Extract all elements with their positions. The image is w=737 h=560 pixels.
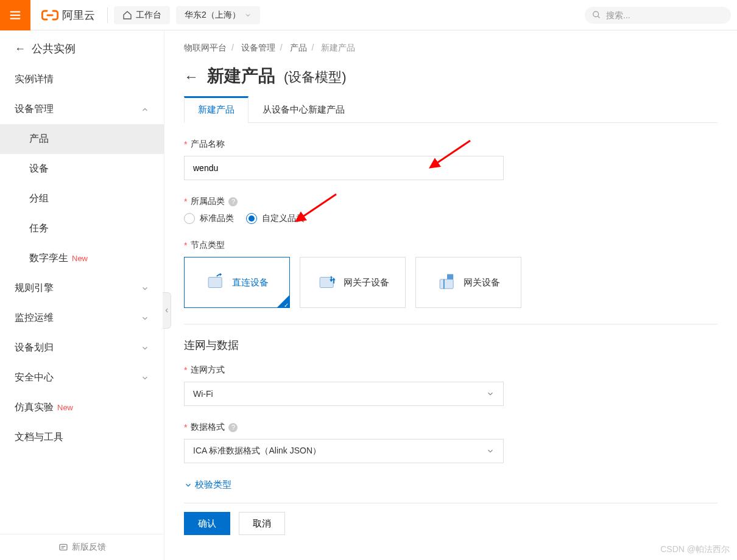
select-value: Wi-Fi	[193, 389, 213, 399]
form-group-category: *所属品类? 标准品类 自定义品类	[184, 196, 718, 224]
section-divider	[184, 324, 718, 324]
node-card-child[interactable]: 网关子设备	[300, 257, 406, 308]
expand-label: 校验类型	[195, 479, 231, 491]
search-icon	[592, 10, 601, 19]
sidebar-item-label: 监控运维	[15, 312, 54, 324]
svg-rect-17	[447, 274, 453, 279]
select-value: ICA 标准数据格式（Alink JSON）	[193, 446, 321, 457]
sidebar-item-device-assign[interactable]: 设备划归	[0, 333, 164, 363]
feedback-label: 新版反馈	[72, 542, 106, 553]
sidebar-item-task[interactable]: 任务	[0, 214, 164, 243]
form-group-node-type: *节点类型 直连设备 网关子设备 网关设备	[184, 240, 718, 308]
expand-validation-type[interactable]: 校验类型	[184, 479, 718, 491]
region-label: 华东2（上海）	[185, 10, 241, 21]
device-direct-icon	[205, 272, 226, 293]
sidebar-item-monitor[interactable]: 监控运维	[0, 303, 164, 333]
form-group-product-name: *产品名称	[184, 139, 718, 180]
sidebar-item-instance-detail[interactable]: 实例详情	[0, 65, 164, 94]
node-card-direct[interactable]: 直连设备	[184, 257, 290, 308]
arrow-left-icon: ←	[15, 43, 26, 55]
help-icon[interactable]: ?	[228, 423, 238, 432]
field-label: 连网方式	[191, 365, 225, 376]
chevron-down-icon	[141, 374, 149, 382]
sidebar-item-label: 实例详情	[15, 73, 54, 86]
brand-logo[interactable]: 阿里云	[30, 8, 104, 23]
workbench-link[interactable]: 工作台	[114, 6, 170, 24]
sidebar-item-device[interactable]: 设备	[0, 154, 164, 184]
help-icon[interactable]: ?	[228, 197, 238, 206]
sidebar-item-label: 设备管理	[15, 103, 54, 116]
radio-standard-category[interactable]: 标准品类	[184, 213, 234, 224]
sidebar-item-product[interactable]: 产品	[0, 124, 164, 154]
hamburger-icon	[9, 9, 22, 22]
search-input[interactable]	[606, 10, 724, 20]
main-content: 物联网平台/ 设备管理/ 产品/ 新建产品 ← 新建产品 (设备模型) 新建产品…	[164, 30, 737, 560]
chevron-down-icon	[486, 447, 495, 455]
svg-marker-12	[220, 273, 222, 276]
new-badge: New	[57, 403, 73, 412]
required-mark: *	[184, 365, 187, 375]
required-mark: *	[184, 240, 187, 250]
tab-new-product[interactable]: 新建产品	[184, 96, 249, 123]
sidebar-back-label: 公共实例	[32, 41, 76, 56]
required-mark: *	[184, 422, 187, 432]
sidebar-item-docs[interactable]: 文档与工具	[0, 422, 164, 452]
sidebar-item-label: 产品	[29, 133, 49, 145]
svg-rect-6	[60, 544, 67, 550]
sidebar-item-label: 规则引擎	[15, 282, 54, 295]
sidebar-item-simulation[interactable]: 仿真实验New	[0, 393, 164, 422]
field-label: 所属品类	[191, 196, 225, 207]
sidebar-item-digital-twin[interactable]: 数字孪生New	[0, 243, 164, 273]
field-label: 数据格式	[191, 422, 225, 433]
required-mark: *	[184, 197, 187, 206]
chevron-down-icon	[184, 481, 192, 489]
field-label: 产品名称	[191, 139, 225, 150]
radio-custom-category[interactable]: 自定义品类	[246, 213, 305, 224]
breadcrumb-item[interactable]: 物联网平台	[184, 43, 227, 52]
sidebar-item-security[interactable]: 安全中心	[0, 363, 164, 393]
cancel-button[interactable]: 取消	[239, 512, 285, 535]
back-arrow-button[interactable]: ←	[184, 68, 199, 85]
field-label: 节点类型	[191, 240, 225, 251]
connection-select[interactable]: Wi-Fi	[184, 382, 504, 406]
chevron-up-icon	[141, 105, 149, 114]
new-badge: New	[72, 254, 88, 263]
sidebar-item-label: 数字孪生New	[29, 252, 88, 265]
page-title: 新建产品	[207, 65, 275, 88]
sidebar-item-rule-engine[interactable]: 规则引擎	[0, 273, 164, 303]
chevron-down-icon	[141, 284, 149, 293]
sidebar-item-group[interactable]: 分组	[0, 184, 164, 214]
header-divider	[107, 7, 108, 23]
tab-from-device-center[interactable]: 从设备中心新建产品	[249, 96, 359, 123]
sidebar: ← 公共实例 实例详情 设备管理 产品 设备 分组 任务 数字孪生New 规则引…	[0, 30, 164, 560]
page-title-row: ← 新建产品 (设备模型)	[184, 65, 718, 88]
home-icon	[122, 10, 132, 20]
node-card-gateway[interactable]: 网关设备	[415, 257, 521, 308]
sidebar-back[interactable]: ← 公共实例	[0, 30, 164, 65]
data-format-select[interactable]: ICA 标准数据格式（Alink JSON）	[184, 439, 504, 463]
sidebar-item-label: 任务	[29, 222, 49, 235]
sidebar-item-device-mgmt[interactable]: 设备管理	[0, 94, 164, 124]
brand-text: 阿里云	[62, 8, 95, 23]
hamburger-menu-button[interactable]	[0, 0, 30, 30]
feedback-icon	[58, 542, 68, 552]
sidebar-item-label: 文档与工具	[15, 431, 63, 444]
device-child-icon	[317, 272, 337, 293]
chevron-down-icon	[141, 344, 149, 352]
radio-label: 标准品类	[200, 213, 234, 224]
form-group-data-format: *数据格式? ICA 标准数据格式（Alink JSON）	[184, 422, 718, 463]
svg-rect-16	[440, 279, 453, 289]
region-selector[interactable]: 华东2（上海）	[176, 6, 260, 24]
product-name-input[interactable]	[184, 156, 504, 180]
required-mark: *	[184, 139, 187, 149]
confirm-button[interactable]: 确认	[184, 512, 230, 535]
header-search[interactable]	[585, 7, 731, 24]
sidebar-item-label: 分组	[29, 192, 49, 205]
node-card-label: 网关设备	[464, 277, 500, 289]
sidebar-item-label: 安全中心	[15, 371, 54, 384]
chevron-down-icon	[244, 12, 252, 19]
breadcrumb-item[interactable]: 设备管理	[241, 43, 275, 52]
breadcrumb-item[interactable]: 产品	[290, 43, 307, 52]
sidebar-item-label: 设备划归	[15, 341, 54, 354]
sidebar-feedback[interactable]: 新版反馈	[0, 534, 164, 560]
